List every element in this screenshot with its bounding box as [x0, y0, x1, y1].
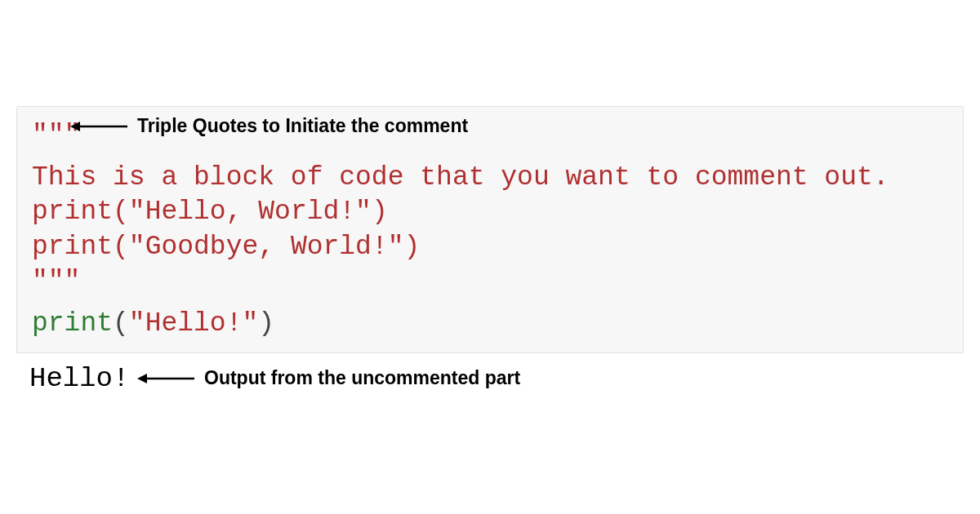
annotation-top: Triple Quotes to Initiate the comment: [70, 115, 468, 137]
svg-marker-3: [137, 374, 147, 383]
annotation-top-label: Triple Quotes to Initiate the comment: [137, 115, 468, 137]
code-comment-line-3: print("Goodbye, World!"): [32, 230, 948, 264]
paren-close: ): [258, 308, 274, 339]
print-token: print: [32, 308, 113, 339]
arrow-left-icon: [137, 372, 194, 385]
paren-open: (: [113, 232, 129, 262]
string-arg: "Hello, World!": [129, 197, 372, 227]
string-arg: "Hello!": [129, 308, 258, 339]
paren-open: (: [113, 197, 129, 227]
code-exec-line: print("Hello!"): [32, 307, 948, 341]
output-text: Hello!: [29, 363, 129, 394]
code-block: """ This is a block of code that you wan…: [16, 106, 964, 353]
print-token: print: [32, 197, 113, 227]
code-close-quotes: """: [32, 264, 948, 299]
paren-open: (: [113, 308, 129, 339]
code-comment-line-1: This is a block of code that you want to…: [32, 161, 948, 195]
arrow-left-icon: [70, 120, 127, 133]
annotation-bottom: Output from the uncommented part: [137, 367, 520, 389]
paren-close: ): [404, 232, 421, 262]
print-token: print: [32, 232, 113, 262]
string-arg: "Goodbye, World!": [129, 232, 404, 262]
svg-marker-1: [70, 122, 80, 131]
code-comment-line-2: print("Hello, World!"): [32, 195, 948, 229]
paren-close: ): [372, 197, 388, 227]
annotation-bottom-label: Output from the uncommented part: [204, 367, 520, 389]
